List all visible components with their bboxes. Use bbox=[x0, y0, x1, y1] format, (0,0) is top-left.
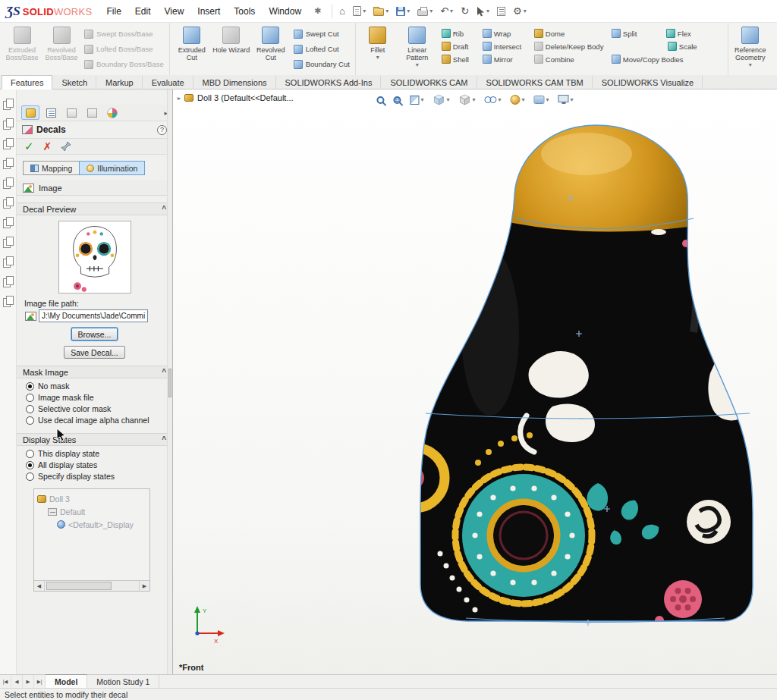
left-strip-icon[interactable] bbox=[3, 276, 13, 286]
split-button[interactable]: Split bbox=[612, 28, 666, 39]
pin-menu-icon[interactable]: ✱ bbox=[308, 6, 327, 16]
tree-item-default-display[interactable]: <Default>_Display bbox=[37, 518, 146, 531]
scale-button[interactable]: Scale bbox=[668, 41, 722, 52]
tab-evaluate[interactable]: Evaluate bbox=[143, 75, 193, 89]
combine-button[interactable]: Combine bbox=[534, 54, 612, 64]
display-states-header[interactable]: Display States ^ bbox=[17, 433, 172, 446]
section-view-button[interactable]: ▾ bbox=[408, 94, 425, 106]
reference-geometry-button[interactable]: Reference Geometry ▾ bbox=[731, 24, 770, 74]
tab-propertymanager[interactable] bbox=[21, 105, 39, 120]
intersect-button[interactable]: Intersect bbox=[483, 41, 534, 52]
left-strip-icon[interactable] bbox=[3, 177, 13, 187]
shell-button[interactable]: Shell bbox=[442, 54, 483, 64]
extruded-cut-button[interactable]: Extruded Cut bbox=[172, 24, 212, 74]
radio-selective-color-mask[interactable]: Selective color mask bbox=[26, 404, 172, 413]
decal-image-icon[interactable] bbox=[25, 312, 36, 321]
left-strip-icon[interactable] bbox=[3, 296, 13, 306]
cancel-button[interactable]: ✗ bbox=[43, 140, 52, 152]
tree-horizontal-scrollbar[interactable]: ◀ ▶ bbox=[34, 580, 149, 591]
left-strip-icon[interactable] bbox=[3, 217, 13, 227]
tab-features[interactable]: Features bbox=[2, 75, 52, 89]
pin-button[interactable] bbox=[61, 141, 71, 152]
menu-file[interactable]: File bbox=[100, 3, 128, 20]
revolved-cut-button[interactable]: Revolved Cut bbox=[251, 24, 291, 74]
options-button[interactable]: ⚙▾ bbox=[511, 5, 529, 17]
radio-this-display-state[interactable]: This display state bbox=[26, 449, 172, 458]
edit-appearance-button[interactable]: ▾ bbox=[509, 93, 527, 106]
tab-solidworks-cam-tbm[interactable]: SOLIDWORKS CAM TBM bbox=[477, 75, 593, 89]
view-settings-button[interactable]: ▾ bbox=[557, 93, 575, 106]
fillet-button[interactable]: Fillet ▾ bbox=[358, 24, 398, 74]
left-strip-icon[interactable] bbox=[3, 118, 13, 128]
document-tab-arrow-icon[interactable]: ▸ bbox=[178, 95, 181, 102]
zoom-to-fit-button[interactable] bbox=[375, 95, 385, 105]
draft-button[interactable]: Draft bbox=[442, 41, 483, 52]
menu-edit[interactable]: Edit bbox=[128, 3, 158, 20]
swept-cut-button[interactable]: Swept Cut bbox=[294, 28, 350, 39]
move-copy-bodies-button[interactable]: Move/Copy Bodies bbox=[612, 54, 666, 64]
tab-motion-study-1[interactable]: Motion Study 1 bbox=[87, 675, 159, 688]
scroll-left-arrow[interactable]: ◀ bbox=[34, 581, 45, 591]
scroll-track[interactable] bbox=[45, 581, 139, 591]
curves-button[interactable]: Curves ▾ bbox=[770, 24, 777, 74]
radio-no-mask[interactable]: No mask bbox=[26, 381, 172, 391]
tab-illumination[interactable]: Illumination bbox=[79, 161, 145, 175]
menu-tools[interactable]: Tools bbox=[227, 3, 262, 20]
revolved-boss-base-button[interactable]: Revolved Boss/Base bbox=[42, 24, 81, 74]
undo-button[interactable]: ↶▾ bbox=[438, 5, 455, 17]
first-tab-button[interactable]: |◀ bbox=[0, 675, 11, 688]
last-tab-button[interactable]: ▶| bbox=[34, 675, 46, 688]
left-strip-icon[interactable] bbox=[3, 138, 13, 148]
delete-keep-body-button[interactable]: Delete/Keep Body bbox=[534, 41, 612, 52]
new-document-button[interactable]: ▾ bbox=[351, 5, 368, 17]
radio-specify-display-states[interactable]: Specify display states bbox=[26, 472, 172, 481]
hide-show-items-button[interactable]: ▾ bbox=[483, 95, 502, 105]
lofted-cut-button[interactable]: Lofted Cut bbox=[294, 43, 350, 55]
model-doll[interactable] bbox=[173, 89, 777, 674]
zoom-to-area-button[interactable] bbox=[392, 95, 402, 105]
radio-use-alpha-channel[interactable]: Use decal image alpha channel bbox=[26, 416, 172, 425]
display-style-button[interactable]: ▾ bbox=[457, 93, 477, 107]
mirror-button[interactable]: Mirror bbox=[483, 54, 534, 64]
browse-button[interactable]: Browse... bbox=[71, 328, 118, 341]
tab-markup[interactable]: Markup bbox=[96, 75, 143, 89]
help-icon[interactable]: ? bbox=[157, 125, 167, 135]
panel-scrollbar-thumb[interactable] bbox=[168, 369, 171, 397]
tree-item-doll3[interactable]: Doll 3 bbox=[37, 492, 146, 505]
decal-preview-header[interactable]: Decal Preview ^ bbox=[17, 202, 172, 215]
tab-mbd-dimensions[interactable]: MBD Dimensions bbox=[193, 75, 276, 89]
panel-scrollbar[interactable] bbox=[167, 89, 172, 674]
left-strip-icon[interactable] bbox=[3, 99, 13, 108]
left-strip-icon[interactable] bbox=[3, 256, 13, 266]
left-strip-icon[interactable] bbox=[3, 237, 13, 246]
tab-solidworks-cam[interactable]: SOLIDWORKS CAM bbox=[381, 75, 477, 89]
tab-dimxpert[interactable] bbox=[62, 105, 80, 120]
tab-displaymanager-aux[interactable] bbox=[83, 105, 101, 120]
rebuild-button[interactable]: ↻ bbox=[458, 5, 471, 17]
hole-wizard-button[interactable]: Hole Wizard bbox=[212, 24, 251, 74]
rib-button[interactable]: Rib bbox=[442, 28, 483, 39]
tab-configurations[interactable] bbox=[42, 105, 60, 120]
collapse-chevron-icon[interactable]: ^ bbox=[162, 368, 166, 376]
flex-button[interactable]: Flex bbox=[666, 28, 700, 39]
tab-displaymanager[interactable] bbox=[103, 105, 121, 120]
scroll-thumb[interactable] bbox=[46, 582, 112, 590]
collapse-chevron-icon[interactable]: ^ bbox=[162, 205, 166, 213]
swept-boss-base-button[interactable]: Swept Boss/Base bbox=[84, 28, 164, 39]
tab-sketch[interactable]: Sketch bbox=[52, 75, 96, 89]
tab-model[interactable]: Model bbox=[46, 674, 87, 688]
open-button[interactable]: ▾ bbox=[371, 5, 391, 17]
linear-pattern-button[interactable]: Linear Pattern ▾ bbox=[398, 24, 437, 74]
tab-solidworks-add-ins[interactable]: SOLIDWORKS Add-Ins bbox=[276, 75, 382, 89]
mask-image-header[interactable]: Mask Image ^ bbox=[17, 366, 172, 378]
image-section-bar[interactable]: Image bbox=[17, 180, 172, 196]
next-tab-button[interactable]: ▶ bbox=[23, 675, 34, 688]
apply-scene-button[interactable]: ▾ bbox=[533, 94, 551, 105]
tree-item-default[interactable]: Default bbox=[37, 505, 146, 518]
select-button[interactable]: ▾ bbox=[474, 5, 492, 18]
menu-insert[interactable]: Insert bbox=[190, 3, 227, 20]
save-button[interactable]: ▾ bbox=[394, 5, 412, 17]
collapse-chevron-icon[interactable]: ^ bbox=[162, 435, 166, 444]
lofted-boss-base-button[interactable]: Lofted Boss/Base bbox=[84, 43, 164, 55]
left-strip-icon[interactable] bbox=[3, 158, 13, 168]
